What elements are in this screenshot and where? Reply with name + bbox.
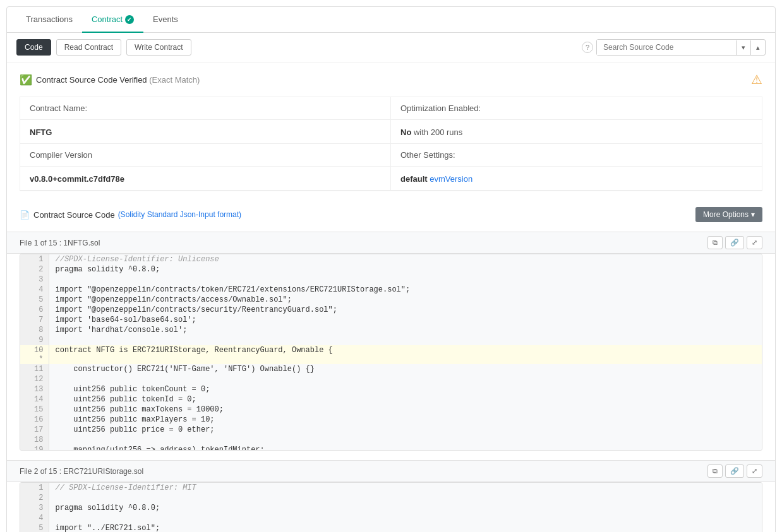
optimization-value: No with 200 runs — [400, 127, 752, 137]
line-code — [49, 435, 762, 445]
line-code: pragma solidity ^0.8.0; — [49, 503, 762, 513]
read-contract-button[interactable]: Read Contract — [56, 39, 121, 56]
settings-value-cell: default evmVersion — [391, 167, 762, 191]
contract-name-label-cell: Contract Name: — [20, 97, 391, 120]
info-grid: Contract Name: Optimization Enabled: NFT… — [20, 97, 762, 191]
search-chevron-up[interactable]: ▴ — [750, 40, 765, 55]
compiler-label-cell: Compiler Version — [20, 144, 391, 167]
line-code: import "@openzeppelin/contracts/access/O… — [49, 295, 762, 305]
line-number: 15 — [20, 405, 49, 415]
line-code: uint256 public maxPlayers = 10; — [49, 415, 762, 425]
line-number: 3 — [20, 503, 49, 513]
line-number: 2 — [20, 264, 49, 275]
search-chevron-down[interactable]: ▾ — [736, 40, 750, 55]
file1-header: File 1 of 15 : 1NFTG.sol ⧉ 🔗 ⤢ — [7, 232, 775, 254]
file2-code-table: 1 // SPDX-License-Identifier: MIT2 3 pra… — [20, 483, 762, 532]
file2-expand-button[interactable]: ⤢ — [747, 464, 762, 478]
file1-code-container: 1 //SPDX-License-Identifier: Unlicense2 … — [20, 254, 762, 451]
line-code: uint256 public maxTokens = 10000; — [49, 405, 762, 415]
compiler-label: Compiler Version — [30, 150, 381, 160]
file1-code-scroll[interactable]: 1 //SPDX-License-Identifier: Unlicense2 … — [20, 254, 762, 450]
tabs-bar: Transactions Contract Events — [7, 7, 775, 33]
line-number: 11 — [20, 364, 49, 374]
line-number: 5 — [20, 523, 49, 532]
line-code — [49, 374, 762, 384]
line-code — [49, 513, 762, 523]
line-number: 9 — [20, 335, 49, 345]
file2-header: File 2 of 15 : ERC721URIStorage.sol ⧉ 🔗 … — [7, 460, 775, 482]
document-icon: 📄 — [20, 210, 30, 220]
line-code — [49, 335, 762, 345]
file1-link-button[interactable]: 🔗 — [725, 236, 744, 249]
more-options-button[interactable]: More Options ▾ — [695, 207, 762, 222]
line-number: 4 — [20, 285, 49, 295]
line-number: 1 — [20, 254, 49, 264]
line-code: // SPDX-License-Identifier: MIT — [49, 483, 762, 493]
tab-events[interactable]: Events — [143, 7, 188, 33]
line-number: 13 — [20, 384, 49, 394]
help-icon[interactable]: ? — [582, 42, 593, 53]
compiler-value: v0.8.0+commit.c7dfd78e — [30, 174, 381, 184]
file2-actions: ⧉ 🔗 ⤢ — [707, 464, 762, 478]
line-code — [49, 275, 762, 285]
code-button[interactable]: Code — [16, 39, 51, 56]
main-container: Transactions Contract Events Code Read C… — [6, 6, 776, 532]
verified-text: Contract Source Code Verified (Exact Mat… — [36, 75, 200, 85]
line-number: 3 — [20, 275, 49, 285]
source-format: (Solidity Standard Json-Input format) — [118, 210, 241, 219]
line-code: uint256 public tokenId = 0; — [49, 394, 762, 405]
search-wrapper: ▾ ▴ — [596, 39, 766, 56]
settings-label: Other Settings: — [400, 150, 752, 160]
exact-match: (Exact Match) — [149, 75, 200, 85]
file2-code-container: 1 // SPDX-License-Identifier: MIT2 3 pra… — [20, 482, 762, 532]
contract-name-label: Contract Name: — [30, 103, 381, 113]
source-section: 📄 Contract Source Code (Solidity Standar… — [7, 201, 775, 232]
search-input[interactable] — [597, 40, 736, 55]
line-code — [49, 493, 762, 503]
file1-copy-button[interactable]: ⧉ — [707, 236, 723, 249]
file2-name: File 2 of 15 : ERC721URIStorage.sol — [20, 467, 143, 476]
contract-name-value: NFTG — [30, 127, 381, 137]
file1-expand-button[interactable]: ⤢ — [747, 236, 762, 249]
optimization-value-cell: No with 200 runs — [391, 120, 762, 144]
line-code: import 'base64-sol/base64.sol'; — [49, 315, 762, 325]
contract-info: ✅ Contract Source Code Verified (Exact M… — [7, 62, 775, 201]
verified-icon: ✅ — [20, 74, 32, 86]
file1-actions: ⧉ 🔗 ⤢ — [707, 236, 762, 249]
line-number: 1 — [20, 483, 49, 493]
verified-badge: ✅ Contract Source Code Verified (Exact M… — [20, 74, 200, 86]
line-code: import "@openzeppelin/contracts/security… — [49, 305, 762, 315]
warning-icon: ⚠ — [751, 72, 762, 87]
line-code: uint256 public price = 0 ether; — [49, 425, 762, 435]
line-number: 17 — [20, 425, 49, 435]
line-code: uint256 public tokenCount = 0; — [49, 384, 762, 394]
settings-value: default evmVersion — [400, 174, 752, 184]
line-number: 18 — [20, 435, 49, 445]
line-number: 7 — [20, 315, 49, 325]
line-code: mapping(uint256 => address) tokenIdMinte… — [49, 445, 762, 450]
line-code: import "@openzeppelin/contracts/token/ER… — [49, 285, 762, 295]
line-number: 12 — [20, 374, 49, 384]
tab-transactions[interactable]: Transactions — [16, 7, 82, 33]
settings-label-cell: Other Settings: — [391, 144, 762, 167]
line-code: import "../ERC721.sol"; — [49, 523, 762, 532]
line-code: //SPDX-License-Identifier: Unlicense — [49, 254, 762, 264]
contract-name-value-cell2: NFTG — [20, 120, 391, 144]
tab-contract[interactable]: Contract — [82, 7, 143, 33]
compiler-value-cell: v0.8.0+commit.c7dfd78e — [20, 167, 391, 191]
verified-header: ✅ Contract Source Code Verified (Exact M… — [20, 72, 762, 87]
line-code: contract NFTG is ERC721URIStorage, Reent… — [49, 345, 762, 364]
line-number: 19 — [20, 445, 49, 450]
line-number: 16 — [20, 415, 49, 425]
file2-copy-button[interactable]: ⧉ — [707, 464, 723, 478]
line-number: 4 — [20, 513, 49, 523]
toolbar: Code Read Contract Write Contract ? ▾ ▴ — [7, 33, 775, 62]
write-contract-button[interactable]: Write Contract — [126, 39, 191, 56]
line-code: pragma solidity ^0.8.0; — [49, 264, 762, 275]
file2-link-button[interactable]: 🔗 — [725, 464, 744, 478]
line-number: 10 * — [20, 345, 49, 364]
file2-code-scroll[interactable]: 1 // SPDX-License-Identifier: MIT2 3 pra… — [20, 483, 762, 532]
file1-name: File 1 of 15 : 1NFTG.sol — [20, 239, 100, 247]
line-number: 5 — [20, 295, 49, 305]
contract-name-value-cell: Optimization Enabled: — [391, 97, 762, 120]
